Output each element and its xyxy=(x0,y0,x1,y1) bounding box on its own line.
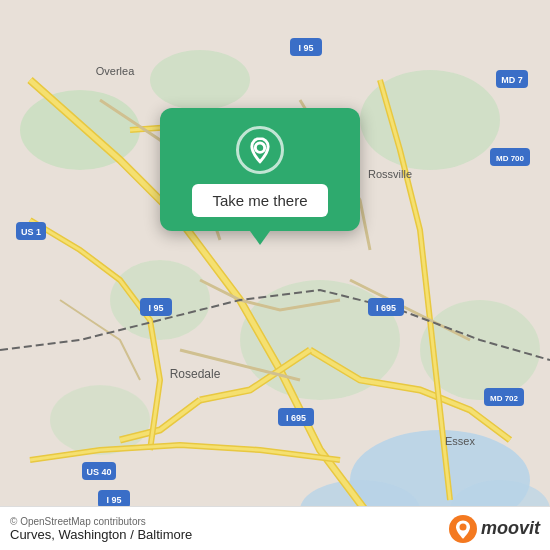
popup-card: Take me there xyxy=(160,108,360,231)
svg-point-2 xyxy=(150,50,250,110)
svg-text:MD 7: MD 7 xyxy=(501,75,523,85)
svg-text:Rosedale: Rosedale xyxy=(170,367,221,381)
svg-text:I 95: I 95 xyxy=(148,303,163,313)
svg-point-38 xyxy=(255,143,264,152)
svg-point-40 xyxy=(459,523,466,530)
moovit-logo-icon xyxy=(449,515,477,543)
svg-text:US 1: US 1 xyxy=(21,227,41,237)
svg-text:Rossville: Rossville xyxy=(368,168,412,180)
moovit-logo: moovit xyxy=(449,515,540,543)
svg-text:US 40: US 40 xyxy=(86,467,111,477)
location-pin-icon xyxy=(246,136,274,164)
map-background: I 95 MD 588 MD 7 MD 700 US 1 I 95 I 695 … xyxy=(0,0,550,550)
bottom-bar: © OpenStreetMap contributors Curves, Was… xyxy=(0,506,550,550)
location-icon-wrap xyxy=(236,126,284,174)
svg-text:I 95: I 95 xyxy=(298,43,313,53)
svg-text:I 95: I 95 xyxy=(106,495,121,505)
svg-text:Overlea: Overlea xyxy=(96,65,135,77)
take-me-there-button[interactable]: Take me there xyxy=(192,184,327,217)
svg-text:I 695: I 695 xyxy=(376,303,396,313)
svg-text:MD 702: MD 702 xyxy=(490,394,519,403)
moovit-brand-text: moovit xyxy=(481,518,540,539)
svg-point-7 xyxy=(50,385,150,455)
bottom-bar-left: © OpenStreetMap contributors Curves, Was… xyxy=(10,516,192,542)
copyright-text: © OpenStreetMap contributors xyxy=(10,516,192,527)
map-container: I 95 MD 588 MD 7 MD 700 US 1 I 95 I 695 … xyxy=(0,0,550,550)
svg-text:MD 700: MD 700 xyxy=(496,154,525,163)
location-name: Curves, Washington / Baltimore xyxy=(10,527,192,542)
svg-text:Essex: Essex xyxy=(445,435,475,447)
svg-text:I 695: I 695 xyxy=(286,413,306,423)
